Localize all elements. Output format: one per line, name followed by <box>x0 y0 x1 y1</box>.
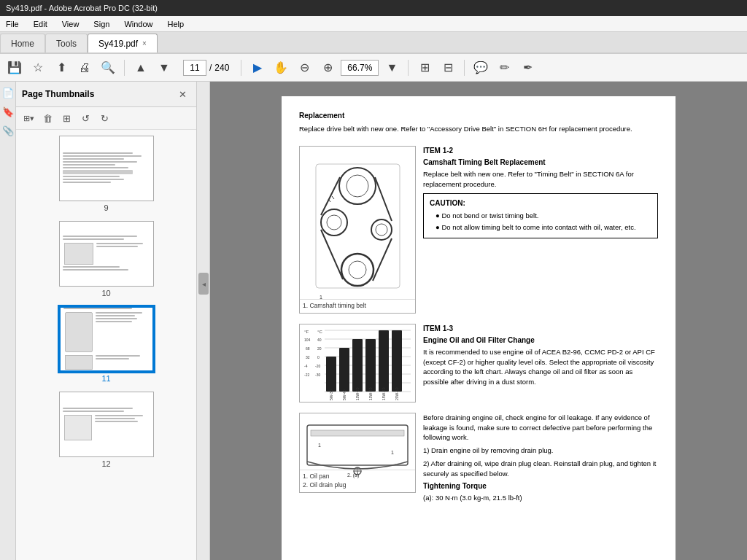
item12-label: ITEM 1-2 <box>423 146 658 156</box>
save-button[interactable]: 💾 <box>4 58 25 78</box>
tab-home[interactable]: Home <box>0 34 45 52</box>
bookmark-button[interactable]: ☆ <box>28 58 48 78</box>
replacement-header: Replacement <box>299 111 658 121</box>
item-1-2-section: 1 1. Camshaft timing belt ITEM 1-2 Camsh… <box>299 146 658 314</box>
oil-pan-caption: 1. Oil pan 2. Oil drain plug <box>300 470 415 492</box>
thumbnail-page-12[interactable]: 12 <box>20 392 192 468</box>
caution-title: CAUTION: <box>430 198 651 209</box>
figure-oil-chart: °F °C 104 40 68 <box>299 324 416 402</box>
torque-header: Tightening Torque <box>423 481 658 491</box>
svg-text:1: 1 <box>391 450 394 455</box>
thumbnail-page-11[interactable]: 11 <box>20 306 192 383</box>
next-page-button[interactable]: ▼ <box>154 58 174 78</box>
thumb-delete-btn[interactable]: 🗑 <box>39 110 55 126</box>
svg-point-5 <box>371 219 392 240</box>
app-title: Sy419.pdf - Adobe Acrobat Pro DC (32-bit… <box>6 4 158 12</box>
item-1-2-content: ITEM 1-2 Camshaft Timing Belt Replacemen… <box>423 146 658 314</box>
select-tool-button[interactable]: ▶ <box>247 58 268 78</box>
toolbar-separator-4 <box>464 60 465 76</box>
svg-text:20: 20 <box>317 346 322 351</box>
pdf-content-area[interactable]: Replacement Replace drive belt with new … <box>210 82 747 560</box>
svg-text:°C: °C <box>317 330 322 334</box>
toolbar: 💾 ☆ ⬆ 🖨 🔍 ▲ ▼ / 240 ▶ ✋ ⊖ ⊕ ▼ ⊞ ⊟ 💬 ✏ ✒ <box>0 54 747 82</box>
svg-point-1 <box>339 168 376 204</box>
item13b-step2: 2) After draining oil, wipe drain plug c… <box>423 459 658 479</box>
item-1-3-content: ITEM 1-3 Engine Oil and Oil Filter Chang… <box>423 324 658 402</box>
menu-sign[interactable]: Sign <box>90 18 112 30</box>
svg-text:5W-30: 5W-30 <box>329 389 333 400</box>
page-separator: / <box>209 63 212 73</box>
oil-chart-svg: °F °C 104 40 68 <box>303 324 412 401</box>
sidebar-pages-icon[interactable]: 📄 <box>1 86 15 99</box>
thumb-grid-btn[interactable]: ⊞▾ <box>20 110 36 126</box>
thumb-img-9 <box>59 136 154 201</box>
svg-text:40: 40 <box>317 338 322 342</box>
prev-page-button[interactable]: ▲ <box>131 58 151 78</box>
menu-help[interactable]: Help <box>165 18 187 30</box>
svg-line-10 <box>332 196 334 199</box>
thumb-label-10: 10 <box>101 289 110 298</box>
tab-bar: Home Tools Sy419.pdf × <box>0 32 747 54</box>
print-button[interactable]: 🖨 <box>74 58 95 78</box>
menu-view[interactable]: View <box>59 18 82 30</box>
total-pages: 240 <box>214 63 229 73</box>
svg-text:10W-40: 10W-40 <box>368 388 373 401</box>
thumbnail-page-9[interactable]: 9 <box>20 136 192 212</box>
caution-item-1: ● Do not bend or twist timing belt. <box>436 211 651 220</box>
svg-text:0: 0 <box>317 355 320 359</box>
svg-rect-36 <box>365 339 376 392</box>
thumb-label-11: 11 <box>101 374 110 383</box>
fit-page-button[interactable]: ⊞ <box>414 58 435 78</box>
panel-collapse-btn[interactable]: ◂ <box>198 273 209 295</box>
item12-text: Replace belt with new one. Refer to "Tim… <box>423 169 658 190</box>
fit-width-button[interactable]: ⊟ <box>438 58 458 78</box>
search-button[interactable]: 🔍 <box>98 58 118 78</box>
zoom-out-button[interactable]: ⊖ <box>294 58 314 78</box>
main-content: 📄 🔖 📎 Page Thumbnails ✕ ⊞▾ 🗑 ⊞ ↺ ↻ <box>0 82 747 560</box>
title-bar: Sy419.pdf - Adobe Acrobat Pro DC (32-bit… <box>0 0 747 16</box>
svg-point-3 <box>321 209 347 236</box>
page-number-input[interactable] <box>183 60 206 76</box>
panel-scroll-area: ◂ <box>197 82 210 560</box>
menu-edit[interactable]: Edit <box>31 18 50 30</box>
comment-button[interactable]: 💬 <box>471 58 491 78</box>
sign-button[interactable]: ✒ <box>517 58 538 78</box>
menu-window[interactable]: Window <box>121 18 155 30</box>
thumbnail-page-10[interactable]: 10 <box>20 221 192 298</box>
svg-text:68: 68 <box>306 346 310 351</box>
thumb-insert-btn[interactable]: ⊞ <box>58 110 74 126</box>
svg-text:-22: -22 <box>304 373 309 377</box>
sidebar-attachments-icon[interactable]: 📎 <box>1 124 15 137</box>
thumbnails-toolbar: ⊞▾ 🗑 ⊞ ↺ ↻ <box>16 107 196 130</box>
item13b-text1: Before draining engine oil, check engine… <box>423 413 658 443</box>
highlight-button[interactable]: ✏ <box>494 58 514 78</box>
camshaft-svg: 1 <box>305 157 411 303</box>
figure-camshaft-belt: 1 1. Camshaft timing belt <box>299 146 416 314</box>
thumb-rotate-cw-btn[interactable]: ↻ <box>96 110 112 126</box>
thumbnails-list[interactable]: 9 <box>16 130 196 560</box>
thumb-rotate-ccw-btn[interactable]: ↺ <box>77 110 93 126</box>
menu-file[interactable]: File <box>3 18 22 30</box>
tab-tools[interactable]: Tools <box>45 34 88 52</box>
tab-close-btn[interactable]: × <box>142 39 147 47</box>
zoom-in-button[interactable]: ⊕ <box>317 58 338 78</box>
item13b-step1: 1) Drain engine oil by removing drain pl… <box>423 446 658 456</box>
zoom-dropdown-button[interactable]: ▼ <box>382 58 402 78</box>
svg-text:10W-30: 10W-30 <box>355 388 360 401</box>
tab-document[interactable]: Sy419.pdf × <box>88 34 158 52</box>
hand-tool-button[interactable]: ✋ <box>271 58 291 78</box>
toolbar-separator-3 <box>408 60 409 76</box>
tab-tools-label: Tools <box>56 39 77 49</box>
figure-oil-pan: 1 2. (a) 1 1. Oil pan 2. Oil drain plug <box>299 413 416 493</box>
zoom-input[interactable] <box>341 60 379 76</box>
sidebar-bookmarks-icon[interactable]: 🔖 <box>1 105 15 118</box>
item-1-3b-section: 1 2. (a) 1 1. Oil pan 2. Oil drain plug … <box>299 413 658 506</box>
pdf-page: Replacement Replace drive belt with new … <box>282 96 676 560</box>
oil-pan-label1: 1. Oil pan <box>303 472 412 481</box>
item12-title: Camshaft Timing Belt Replacement <box>423 158 658 168</box>
tab-document-label: Sy419.pdf <box>98 39 138 49</box>
thumb-label-12: 12 <box>101 459 110 468</box>
thumbnails-close-btn[interactable]: ✕ <box>174 86 190 102</box>
toolbar-separator-1 <box>124 60 125 76</box>
upload-button[interactable]: ⬆ <box>51 58 71 78</box>
